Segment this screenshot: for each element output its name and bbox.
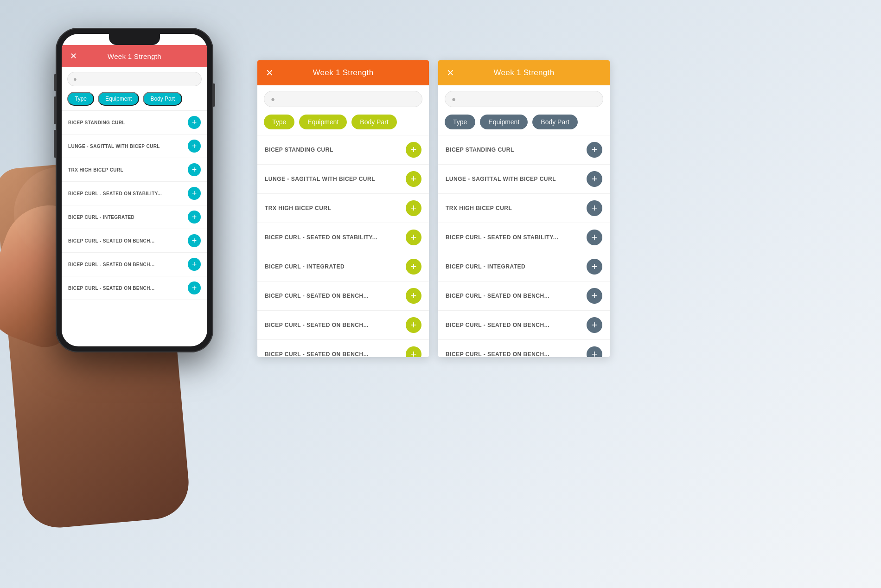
exercise-name: BICEP STANDING CURL xyxy=(265,147,333,153)
exercise-name: BICEP CURL - SEATED ON STABILITY... xyxy=(265,234,377,241)
search-input[interactable] xyxy=(460,96,596,103)
phone-header: ✕ Week 1 Strength xyxy=(62,45,207,67)
list-item[interactable]: BICEP CURL - SEATED ON STABILITY...+ xyxy=(438,223,610,252)
list-item[interactable]: BICEP CURL - SEATED ON BENCH...+ xyxy=(438,311,610,340)
exercise-name: BICEP CURL - SEATED ON STABILITY... xyxy=(446,234,558,241)
filter-type[interactable]: Type xyxy=(445,115,475,129)
add-button[interactable]: + xyxy=(406,142,421,158)
panel-yellow-filters: Type Equipment Body Part xyxy=(438,111,610,135)
phone-filter-equipment[interactable]: Equipment xyxy=(98,92,139,106)
panel-orange-close[interactable]: ✕ xyxy=(266,67,274,78)
phone-notch xyxy=(109,34,160,45)
exercise-name: TRX HIGH BICEP CURL xyxy=(446,205,512,211)
add-button[interactable]: + xyxy=(587,317,602,333)
add-button[interactable]: + xyxy=(188,258,201,271)
exercise-name: LUNGE - SAGITTAL WITH BICEP CURL xyxy=(265,176,375,182)
phone-filter-type[interactable]: Type xyxy=(67,92,94,106)
search-input[interactable] xyxy=(279,96,415,103)
add-button[interactable]: + xyxy=(188,116,201,129)
phone-header-title: Week 1 Strength xyxy=(108,52,161,60)
panel-yellow-search: ● xyxy=(438,85,610,111)
add-button[interactable]: + xyxy=(587,200,602,216)
list-item[interactable]: BICEP CURL - SEATED ON BENCH...+ xyxy=(438,281,610,311)
add-button[interactable]: + xyxy=(406,230,421,245)
exercise-name: LUNGE - SAGITTAL WITH BICEP CURL xyxy=(446,176,556,182)
exercise-name: LUNGE - SAGITTAL WITH BICEP CURL xyxy=(68,144,160,149)
add-button[interactable]: + xyxy=(406,317,421,333)
panel-yellow-close[interactable]: ✕ xyxy=(447,67,454,78)
list-item[interactable]: BICEP CURL - INTEGRATED+ xyxy=(257,252,429,281)
filter-type[interactable]: Type xyxy=(264,115,294,129)
exercise-name: BICEP STANDING CURL xyxy=(68,120,125,125)
filter-bodypart[interactable]: Body Part xyxy=(532,115,577,129)
exercise-name: BICEP CURL - INTEGRATED xyxy=(68,215,134,220)
phone-search-icon: ● xyxy=(73,76,77,83)
phone-exercise-list: BICEP STANDING CURL+ LUNGE - SAGITTAL WI… xyxy=(62,110,207,300)
list-item[interactable]: BICEP CURL - SEATED ON STABILITY...+ xyxy=(257,223,429,252)
phone-filter-pills: Type Equipment Body Part xyxy=(62,89,207,110)
panel-orange-filters: Type Equipment Body Part xyxy=(257,111,429,135)
exercise-name: BICEP STANDING CURL xyxy=(446,147,514,153)
filter-bodypart[interactable]: Body Part xyxy=(351,115,396,129)
list-item[interactable]: BICEP CURL - SEATED ON STABILITY...+ xyxy=(62,182,207,205)
list-item[interactable]: LUNGE - SAGITTAL WITH BICEP CURL+ xyxy=(438,165,610,194)
exercise-name: BICEP CURL - SEATED ON BENCH... xyxy=(68,286,154,291)
filter-equipment[interactable]: Equipment xyxy=(299,115,347,129)
list-item[interactable]: BICEP STANDING CURL+ xyxy=(257,135,429,165)
exercise-name: BICEP CURL - INTEGRATED xyxy=(446,263,525,270)
exercise-name: BICEP CURL - SEATED ON BENCH... xyxy=(265,351,369,357)
add-button[interactable]: + xyxy=(188,187,201,200)
add-button[interactable]: + xyxy=(587,171,602,187)
list-item[interactable]: LUNGE - SAGITTAL WITH BICEP CURL+ xyxy=(257,165,429,194)
exercise-name: BICEP CURL - SEATED ON BENCH... xyxy=(265,293,369,299)
exercise-name: BICEP CURL - SEATED ON BENCH... xyxy=(265,322,369,328)
list-item[interactable]: BICEP CURL - SEATED ON BENCH...+ xyxy=(257,311,429,340)
add-button[interactable]: + xyxy=(587,230,602,245)
list-item[interactable]: TRX HIGH BICEP CURL+ xyxy=(438,194,610,223)
panel-orange-list: BICEP STANDING CURL+ LUNGE - SAGITTAL WI… xyxy=(257,135,429,357)
list-item[interactable]: BICEP CURL - SEATED ON BENCH...+ xyxy=(257,281,429,311)
add-button[interactable]: + xyxy=(406,259,421,275)
add-button[interactable]: + xyxy=(587,346,602,357)
filter-equipment[interactable]: Equipment xyxy=(480,115,528,129)
list-item[interactable]: BICEP CURL - SEATED ON BENCH...+ xyxy=(62,229,207,253)
add-button[interactable]: + xyxy=(587,288,602,304)
exercise-name: BICEP CURL - SEATED ON BENCH... xyxy=(446,322,549,328)
exercise-name: BICEP CURL - SEATED ON BENCH... xyxy=(446,293,549,299)
phone-filter-bodypart[interactable]: Body Part xyxy=(143,92,182,106)
list-item[interactable]: TRX HIGH BICEP CURL+ xyxy=(257,194,429,223)
add-button[interactable]: + xyxy=(406,288,421,304)
list-item[interactable]: BICEP STANDING CURL+ xyxy=(438,135,610,165)
add-button[interactable]: + xyxy=(188,281,201,294)
add-button[interactable]: + xyxy=(587,142,602,158)
phone-search-input[interactable] xyxy=(80,76,196,83)
exercise-name: BICEP CURL - SEATED ON BENCH... xyxy=(446,351,549,357)
add-button[interactable]: + xyxy=(188,163,201,176)
add-button[interactable]: + xyxy=(406,346,421,357)
exercise-name: BICEP CURL - SEATED ON STABILITY... xyxy=(68,191,162,196)
add-button[interactable]: + xyxy=(587,259,602,275)
list-item[interactable]: BICEP CURL - INTEGRATED+ xyxy=(438,252,610,281)
exercise-name: BICEP CURL - SEATED ON BENCH... xyxy=(68,262,154,267)
phone-close-icon[interactable]: ✕ xyxy=(70,51,77,61)
list-item[interactable]: BICEP CURL - SEATED ON BENCH...+ xyxy=(62,253,207,276)
exercise-name: BICEP CURL - INTEGRATED xyxy=(265,263,345,270)
phone-search-bar: ● xyxy=(62,67,207,89)
phone-panel: ✕ Week 1 Strength ● Type Equipment Body … xyxy=(62,45,207,300)
add-button[interactable]: + xyxy=(406,171,421,187)
list-item[interactable]: BICEP CURL - SEATED ON BENCH...+ xyxy=(257,340,429,357)
list-item[interactable]: BICEP CURL - INTEGRATED+ xyxy=(62,205,207,229)
list-item[interactable]: BICEP CURL - SEATED ON BENCH...+ xyxy=(438,340,610,357)
add-button[interactable]: + xyxy=(188,211,201,224)
exercise-name: BICEP CURL - SEATED ON BENCH... xyxy=(68,238,154,243)
list-item[interactable]: BICEP STANDING CURL+ xyxy=(62,111,207,134)
exercise-name: TRX HIGH BICEP CURL xyxy=(265,205,331,211)
add-button[interactable]: + xyxy=(188,234,201,247)
list-item[interactable]: BICEP CURL - SEATED ON BENCH...+ xyxy=(62,276,207,300)
add-button[interactable]: + xyxy=(188,140,201,153)
list-item[interactable]: LUNGE - SAGITTAL WITH BICEP CURL+ xyxy=(62,134,207,158)
list-item[interactable]: TRX HIGH BICEP CURL+ xyxy=(62,158,207,182)
search-icon: ● xyxy=(452,95,456,103)
panel-orange-header: ✕ Week 1 Strength xyxy=(257,60,429,85)
add-button[interactable]: + xyxy=(406,200,421,216)
